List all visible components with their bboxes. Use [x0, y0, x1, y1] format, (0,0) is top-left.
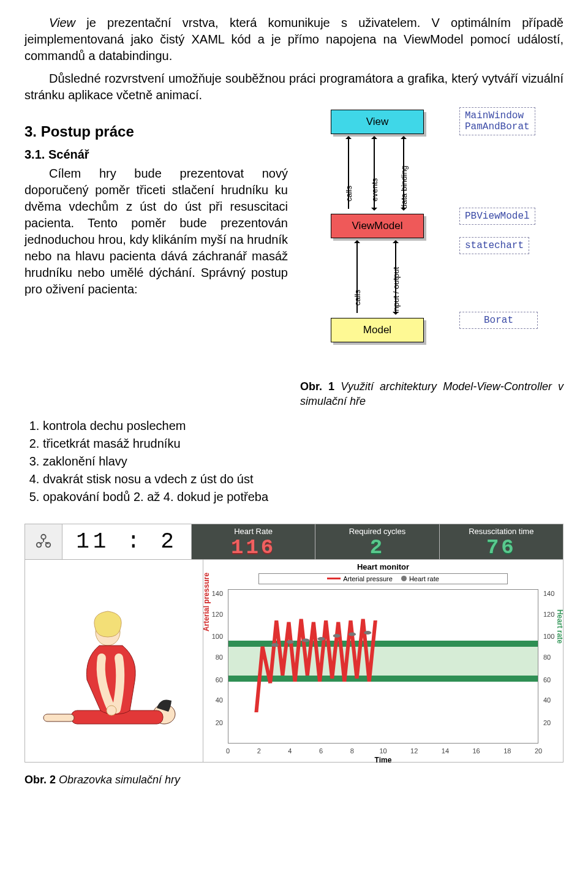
metric-value: 2	[315, 537, 439, 558]
step-item: kontrola dechu poslechem	[43, 418, 564, 434]
svg-point-9	[287, 640, 294, 644]
svg-point-8	[271, 643, 279, 647]
step-item: dvakrát stisk nosu a vdech z úst do úst	[43, 471, 564, 488]
fig1-caption: Obr. 1 Využití architektury Model-View-C…	[300, 379, 564, 409]
scenar-para: Cílem hry bude prezentovat nový doporuče…	[24, 165, 288, 298]
lbl-databind: data binding	[399, 165, 409, 209]
svg-point-12	[333, 634, 341, 638]
step-item: opakování bodů 2. až 4. dokud je potřeba	[43, 489, 564, 505]
svg-point-7	[107, 706, 116, 715]
steps-list: kontrola dechu poslechem třicetkrát masá…	[43, 418, 564, 505]
simulation-screenshot: 11 : 2 Heart Rate 116 Required cycles 2 …	[24, 524, 564, 763]
lbl-io: input / output	[391, 267, 401, 313]
mvc-model-box: Model	[331, 318, 424, 342]
ann-mainwindow: MainWindow PamAndBorat	[459, 107, 535, 135]
y-left-ticks: 140120 10080 6040 20	[201, 584, 225, 744]
intro-para-1: View je prezentační vrstva, která komuni…	[24, 15, 564, 64]
view-term: View	[49, 16, 75, 29]
lbl-calls-2: calls	[353, 290, 362, 306]
lbl-events: events	[370, 178, 379, 202]
intro-para-2: Důsledné rozvrstvení umožňuje souběžnou …	[24, 70, 564, 104]
mvc-view-box: View	[331, 110, 424, 134]
ann-pbviewmodel: PBViewModel	[459, 208, 535, 225]
metric-cycles: Required cycles 2	[315, 524, 439, 559]
resuscitation-illustration	[25, 560, 203, 762]
svg-point-11	[317, 637, 325, 641]
fig2-caption: Obr. 2 Obrazovka simulační hry	[24, 772, 564, 787]
ann-statechart: statechart	[459, 237, 529, 254]
chart-legend: Arterial pressure Heart rate	[258, 573, 508, 584]
metric-value: 76	[440, 537, 563, 558]
metric-time: Resuscitation time 76	[440, 524, 563, 559]
plot-area	[228, 589, 538, 744]
logo-icon	[25, 524, 62, 559]
svg-point-13	[349, 632, 356, 636]
x-label: Time	[203, 756, 563, 764]
metric-value: 116	[192, 537, 315, 558]
step-item: třicetkrát masáž hrudníku	[43, 435, 564, 452]
metric-label: Heart Rate	[192, 527, 315, 536]
legend-hr: Heart rate	[409, 575, 439, 582]
svg-point-14	[364, 631, 371, 635]
mvc-diagram: View ViewModel Model calls events data b…	[300, 110, 557, 373]
metric-label: Required cycles	[315, 527, 439, 536]
legend-ap: Arterial pressure	[343, 575, 393, 582]
heart-monitor-chart: Heart monitor Arterial pressure Heart ra…	[203, 560, 563, 762]
svg-point-10	[302, 638, 309, 642]
chart-title: Heart monitor	[203, 562, 563, 571]
ann-borat: Borat	[459, 312, 538, 329]
heading-scenar: 3.1. Scénář	[24, 148, 288, 162]
metric-heart-rate: Heart Rate 116	[192, 524, 315, 559]
heading-postup: 3. Postup práce	[24, 123, 288, 140]
lbl-calls-1: calls	[344, 186, 353, 202]
mvc-viewmodel-box: ViewModel	[331, 214, 424, 238]
y-right-ticks: 140120 10080 6040 20	[541, 584, 565, 744]
svg-rect-5	[43, 714, 74, 721]
svg-point-0	[41, 535, 45, 539]
ratio-display: 11 : 2	[62, 524, 192, 559]
step-item: zaklonění hlavy	[43, 453, 564, 470]
metric-label: Resuscitation time	[440, 527, 563, 536]
